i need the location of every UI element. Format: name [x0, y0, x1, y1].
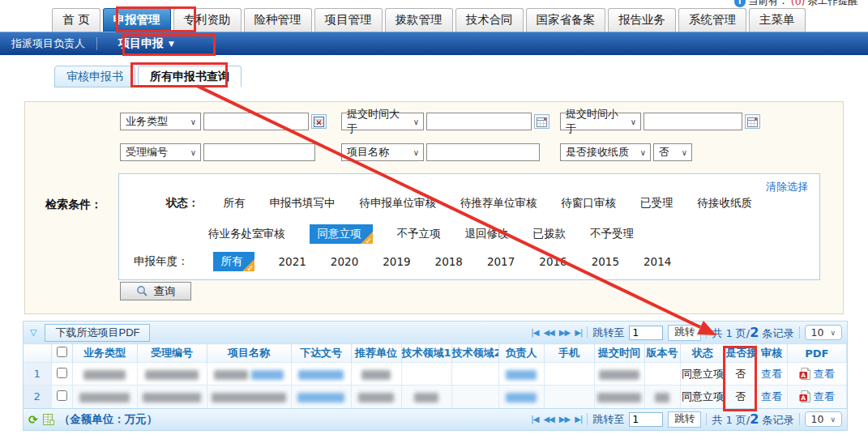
menu-dropdown-project-declare[interactable]: 项目申报 ▼	[97, 32, 195, 55]
nav-tab-tech-contract[interactable]: 技术合同	[455, 8, 524, 32]
select-all-checkbox[interactable]	[57, 347, 67, 357]
cell-audit: 查看	[756, 363, 787, 385]
collapse-icon[interactable]: ▽	[28, 327, 38, 338]
page-size-select[interactable]: 10	[805, 411, 843, 427]
year-option-all-selected[interactable]: 所有 ✓	[213, 252, 254, 271]
paper-receive-select[interactable]: 是否接收纸质	[560, 143, 651, 161]
submit-before-select[interactable]: 提交时间小于	[560, 113, 641, 130]
summary-sep: 页/	[736, 327, 750, 339]
jump-button[interactable]: 跳转	[668, 411, 701, 428]
cell-tech-field-1	[401, 363, 451, 385]
year-option-2021[interactable]: 2021	[279, 255, 306, 268]
project-name-input[interactable]	[426, 143, 540, 161]
first-page-icon[interactable]: |◀	[531, 328, 538, 337]
cell-submit-time	[594, 385, 644, 408]
next-page-icon[interactable]: ▶▶	[559, 415, 570, 424]
prev-page-icon[interactable]: ◀◀	[543, 415, 554, 424]
status-option-all[interactable]: 所有	[224, 196, 246, 211]
nav-tab-system-mgmt[interactable]: 系统管理	[678, 8, 746, 32]
page-size-value: 10	[811, 326, 824, 339]
svg-text:A: A	[801, 394, 806, 402]
nav-tab-patent-fund[interactable]: 专利资助	[173, 8, 242, 32]
page-number: 1	[725, 414, 732, 426]
nav-tab-home[interactable]: 首 页	[52, 8, 100, 32]
nav-tab-funding-mgmt[interactable]: 拨款管理	[385, 8, 453, 32]
business-type-select[interactable]: 业务类型	[120, 113, 201, 130]
jump-page-input[interactable]	[629, 412, 663, 427]
view-pdf-link[interactable]: 查看	[814, 390, 835, 404]
nav-tab-project-mgmt[interactable]: 项目管理	[314, 8, 383, 32]
nav-tab-main-menu[interactable]: 主菜单	[749, 8, 806, 32]
status-option-recommend-review[interactable]: 待推荐单位审核	[460, 196, 537, 211]
year-option-2020[interactable]: 2020	[331, 255, 358, 268]
select-all-header	[51, 344, 72, 363]
cell-tech-field-2	[451, 385, 498, 408]
clear-selection-link[interactable]: 清除选择	[766, 180, 808, 194]
row-number: 1	[24, 363, 51, 385]
summary-suffix: 条记录	[763, 327, 794, 339]
pager-divider	[706, 413, 707, 425]
status-option-office-review[interactable]: 待业务处室审核	[208, 227, 285, 241]
jump-button[interactable]: 跳转	[668, 325, 701, 341]
picker-icon[interactable]	[311, 114, 327, 129]
cell-recommend-unit	[351, 363, 401, 385]
year-option-2018[interactable]: 2018	[435, 255, 463, 268]
year-option-2019[interactable]: 2019	[383, 255, 410, 268]
tab-all-declarations-query[interactable]: 所有申报书查询	[138, 66, 242, 87]
year-option-2015[interactable]: 2015	[592, 255, 619, 268]
page-size-select[interactable]: 10	[805, 325, 843, 340]
calendar-icon[interactable]	[745, 114, 760, 129]
row-checkbox[interactable]	[57, 368, 67, 378]
status-option-funded[interactable]: 已拨款	[533, 227, 567, 241]
nav-tab-national-record[interactable]: 国家省备案	[526, 8, 606, 32]
calendar-icon[interactable]	[534, 114, 549, 129]
last-page-icon[interactable]: ▶|	[575, 328, 582, 337]
jump-page-input[interactable]	[629, 326, 663, 340]
status-option-accepted[interactable]: 已受理	[640, 196, 673, 211]
menu-item-assign-leader[interactable]: 指派项目负责人	[0, 36, 96, 51]
submit-before-input[interactable]	[644, 113, 742, 130]
first-page-icon[interactable]: |◀	[531, 415, 538, 424]
submit-after-select[interactable]: 提交时间大于	[341, 113, 424, 130]
view-audit-link[interactable]: 查看	[761, 368, 782, 380]
year-option-2017[interactable]: 2017	[487, 255, 515, 268]
accept-no-select[interactable]: 受理编号	[120, 143, 201, 161]
redacted-data	[506, 393, 537, 403]
status-option-approved-selected[interactable]: 同意立项 ✓	[310, 224, 373, 244]
nav-tab-declare-mgmt[interactable]: 申报管理	[103, 8, 171, 32]
search-button[interactable]: 查询	[120, 282, 191, 300]
tab-review-declarations[interactable]: 审核申报书	[54, 66, 135, 87]
business-type-input[interactable]	[203, 113, 309, 130]
status-option-filling[interactable]: 申报书填写中	[270, 196, 336, 211]
export-excel-icon[interactable]	[43, 414, 54, 425]
nav-tab-report-business[interactable]: 报告业务	[608, 8, 676, 32]
year-option-2014[interactable]: 2014	[644, 255, 671, 268]
status-option-returned[interactable]: 退回修改	[465, 227, 509, 241]
row-checkbox[interactable]	[57, 390, 67, 401]
project-name-select[interactable]: 项目名称	[341, 143, 424, 161]
redacted-data	[79, 393, 130, 403]
pager-divider	[799, 326, 800, 339]
submit-after-input[interactable]	[426, 113, 532, 130]
status-option-rejected[interactable]: 不予立项	[397, 227, 441, 241]
status-option-window-review[interactable]: 待窗口审核	[562, 196, 617, 211]
paper-receive-label: 是否接收纸质	[566, 145, 629, 160]
accept-no-input[interactable]	[203, 143, 315, 161]
year-option-2016[interactable]: 2016	[539, 255, 567, 268]
prev-page-icon[interactable]: ◀◀	[543, 328, 554, 337]
download-pdf-button[interactable]: 下载所选项目PDF	[45, 324, 150, 342]
status-option-unit-review[interactable]: 待申报单位审核	[360, 196, 437, 211]
nav-tab-insurance-mgmt[interactable]: 险种管理	[244, 8, 312, 32]
last-page-icon[interactable]: ▶|	[575, 415, 582, 424]
next-page-icon[interactable]: ▶▶	[559, 328, 570, 337]
paper-receive-value-select[interactable]: 否	[653, 143, 692, 161]
grid-toolbar: ▽ 下载所选项目PDF |◀ ◀◀ ▶▶ ▶| 跳转至 跳转 共 1 页/2 条…	[24, 322, 847, 343]
amount-unit-note: （金额单位：万元）	[59, 412, 158, 427]
view-pdf-link[interactable]: 查看	[814, 367, 835, 381]
cell-accept-no	[137, 385, 207, 408]
cell-project-name	[207, 385, 291, 408]
view-audit-link[interactable]: 查看	[761, 390, 782, 403]
refresh-icon[interactable]: ⟳	[28, 413, 38, 426]
status-option-not-accepted[interactable]: 不予受理	[590, 227, 634, 241]
status-option-await-paper[interactable]: 待接收纸质	[698, 196, 753, 211]
